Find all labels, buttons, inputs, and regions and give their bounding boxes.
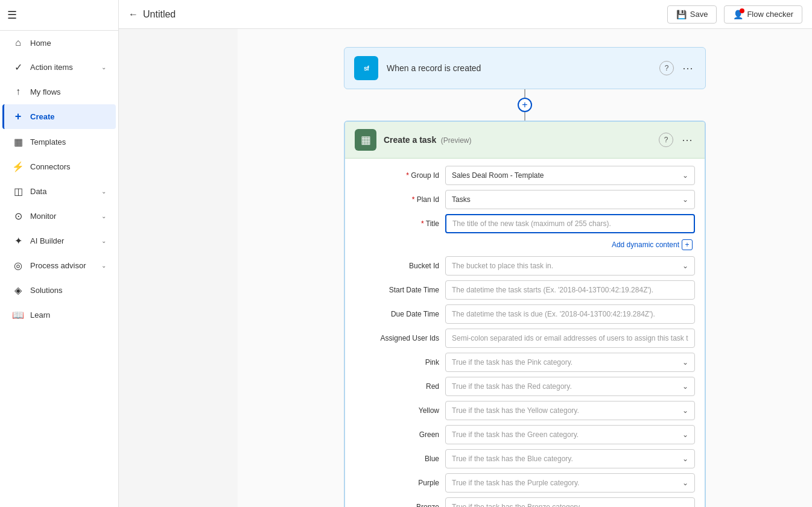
form-control-blue[interactable]: True if the task has the Blue category.⌄ [445, 449, 695, 468]
sidebar-item-action-items[interactable]: ✓ Action items ⌄ [2, 55, 116, 79]
form-control-title[interactable] [445, 214, 695, 233]
action-block-actions: ? ⋯ [659, 132, 695, 148]
action-items-icon: ✓ [12, 61, 24, 73]
dropdown-value-plan-id: Tasks [452, 195, 680, 204]
sidebar-item-templates[interactable]: ▦ Templates [2, 130, 116, 154]
dropdown-value-group-id: Sales Deal Room - Template [452, 171, 680, 180]
form-control-yellow[interactable]: True if the task has the Yellow category… [445, 401, 695, 420]
flow-canvas: sf When a record is created ? ⋯ + ▦ Crea… [262, 47, 788, 507]
form-label-purple: Purple [355, 479, 439, 487]
sidebar-item-home[interactable]: ⌂ Home [2, 31, 116, 54]
trigger-help-button[interactable]: ? [659, 61, 674, 75]
action-preview-label: (Preview) [441, 136, 472, 145]
add-dynamic-plus-icon[interactable]: + [682, 239, 693, 250]
form-control-due-date-time[interactable] [445, 304, 695, 324]
form-control-plan-id[interactable]: Tasks⌄ [445, 190, 695, 209]
chevron-down-icon: ⌄ [682, 195, 688, 204]
form-row-bucket-id: Bucket IdThe bucket to place this task i… [355, 256, 695, 276]
add-dynamic-content-link[interactable]: Add dynamic content+ [451, 239, 695, 250]
sidebar-item-data[interactable]: ◫ Data ⌄ [2, 180, 116, 203]
form-control-green[interactable]: True if the task has the Green category.… [445, 425, 695, 444]
home-icon: ⌂ [12, 37, 24, 48]
monitor-icon: ⊙ [12, 210, 24, 222]
sidebar-item-solutions[interactable]: ◈ Solutions [2, 279, 116, 302]
form-row-bronze: BronzeTrue if the task has the Bronze ca… [355, 497, 695, 507]
input-assigned-user-ids[interactable] [452, 334, 688, 342]
create-icon: + [12, 110, 24, 123]
form-row-blue: BlueTrue if the task has the Blue catego… [355, 449, 695, 468]
form-label-due-date-time: Due Date Time [355, 310, 439, 318]
form-control-start-date-time[interactable] [445, 280, 695, 300]
chevron-down-icon: ⌄ [682, 406, 688, 415]
chevron-down-icon: ⌄ [682, 479, 688, 487]
sidebar-item-label: Solutions [30, 286, 62, 295]
action-title-group: Create a task (Preview) [384, 135, 471, 145]
save-icon: 💾 [676, 10, 687, 19]
add-dynamic-content-text: Add dynamic content [612, 241, 679, 249]
sidebar-item-label: Create [30, 112, 54, 121]
form-control-red[interactable]: True if the task has the Red category.⌄ [445, 377, 695, 396]
add-dynamic-content-row: Add dynamic content+ [355, 238, 695, 251]
form-control-group-id[interactable]: Sales Deal Room - Template⌄ [445, 166, 695, 185]
form-label-yellow: Yellow [355, 406, 439, 415]
sidebar-item-ai-builder[interactable]: ✦ AI Builder ⌄ [2, 229, 116, 253]
sidebar-item-label: Home [30, 39, 51, 48]
form-row-purple: PurpleTrue if the task has the Purple ca… [355, 473, 695, 493]
input-start-date-time[interactable] [452, 286, 688, 294]
dropdown-value-green: True if the task has the Green category. [452, 430, 680, 439]
action-help-button[interactable]: ? [659, 133, 673, 147]
form-row-green: GreenTrue if the task has the Green cate… [355, 425, 695, 444]
data-icon: ◫ [12, 186, 24, 197]
form-row-yellow: YellowTrue if the task has the Yellow ca… [355, 401, 695, 420]
form-row-plan-id: Plan IdTasks⌄ [355, 190, 695, 209]
form-control-bronze[interactable]: True if the task has the Bronze category… [445, 497, 695, 507]
form-label-title: Title [355, 219, 439, 228]
form-row-group-id: Group IdSales Deal Room - Template⌄ [355, 166, 695, 185]
connector-line-bottom [524, 112, 525, 121]
form-label-blue: Blue [355, 455, 439, 463]
dropdown-value-bucket-id: The bucket to place this task in. [452, 262, 680, 270]
save-button[interactable]: 💾 Save [667, 5, 717, 24]
templates-icon: ▦ [12, 136, 24, 148]
form-label-assigned-user-ids: Assigned User Ids [355, 334, 439, 342]
back-button[interactable]: ← [128, 9, 138, 20]
action-block-header: ▦ Create a task (Preview) ? ⋯ [345, 122, 705, 159]
trigger-more-button[interactable]: ⋯ [680, 60, 696, 76]
sidebar-item-label: Learn [30, 310, 50, 320]
sidebar-item-my-flows[interactable]: ↑ My flows [2, 80, 116, 103]
form-control-purple[interactable]: True if the task has the Purple category… [445, 473, 695, 493]
sidebar-item-create[interactable]: + Create [2, 104, 116, 129]
form-label-plan-id: Plan Id [355, 195, 439, 204]
process-advisor-icon: ◎ [12, 260, 24, 271]
sidebar-item-label: Process advisor [30, 261, 86, 270]
form-row-due-date-time: Due Date Time [355, 304, 695, 324]
learn-icon: 📖 [12, 309, 24, 321]
flow-checker-button[interactable]: 👤 Flow checker [724, 5, 802, 24]
hamburger-icon[interactable]: ☰ [5, 6, 19, 24]
sidebar-item-learn[interactable]: 📖 Learn [2, 303, 116, 327]
form-label-green: Green [355, 430, 439, 439]
dropdown-value-yellow: True if the task has the Yellow category… [452, 406, 680, 415]
chevron-down-icon: ⌄ [682, 358, 688, 367]
add-step-button[interactable]: + [518, 98, 532, 112]
form-row-red: RedTrue if the task has the Red category… [355, 377, 695, 396]
input-due-date-time[interactable] [452, 310, 688, 318]
dropdown-value-pink: True if the task has the Pink category. [452, 358, 680, 367]
dropdown-value-bronze: True if the task has the Bronze category… [452, 503, 680, 507]
sidebar-item-label: Monitor [30, 212, 56, 221]
dropdown-value-blue: True if the task has the Blue category. [452, 455, 680, 463]
header-actions: 💾 Save 👤 Flow checker [667, 5, 802, 24]
form-control-assigned-user-ids[interactable] [445, 329, 695, 348]
sidebar-item-monitor[interactable]: ⊙ Monitor ⌄ [2, 204, 116, 228]
input-title[interactable] [452, 219, 688, 228]
form-control-pink[interactable]: True if the task has the Pink category.⌄ [445, 353, 695, 372]
header: ← Untitled 💾 Save 👤 Flow checker [119, 0, 812, 29]
form-label-pink: Pink [355, 358, 439, 367]
action-more-button[interactable]: ⋯ [679, 132, 695, 148]
sidebar-item-process-advisor[interactable]: ◎ Process advisor ⌄ [2, 254, 116, 277]
solutions-icon: ◈ [12, 285, 24, 296]
sidebar-item-connectors[interactable]: ⚡ Connectors [2, 155, 116, 178]
sidebar-item-label: Templates [30, 137, 66, 146]
trigger-block-actions: ? ⋯ [659, 60, 696, 76]
form-control-bucket-id[interactable]: The bucket to place this task in.⌄ [445, 256, 695, 276]
